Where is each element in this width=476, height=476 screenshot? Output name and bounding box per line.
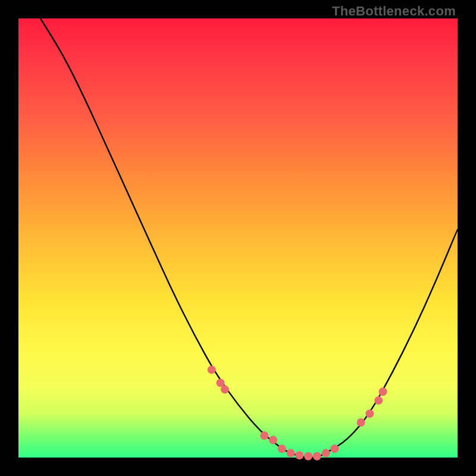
marker-dot (330, 444, 339, 453)
marker-dot (208, 365, 216, 374)
credit-text: TheBottleneck.com (332, 4, 456, 19)
marker-dot (322, 449, 330, 458)
marker-dot (357, 418, 365, 427)
marker-dot (379, 387, 387, 396)
marker-dot (221, 386, 229, 394)
marker-dot (313, 452, 321, 461)
marker-dot (278, 444, 286, 453)
plot-area (18, 18, 458, 458)
marker-dot (269, 436, 277, 444)
marker-dot (295, 451, 303, 459)
marker-group (208, 365, 387, 460)
bottleneck-curve (40, 18, 458, 458)
curve-svg (18, 18, 458, 458)
marker-dot (365, 409, 374, 418)
marker-dot (304, 452, 312, 461)
chart-stage: TheBottleneck.com (0, 0, 476, 476)
marker-dot (287, 449, 295, 458)
marker-dot (260, 431, 268, 440)
marker-dot (374, 396, 383, 405)
